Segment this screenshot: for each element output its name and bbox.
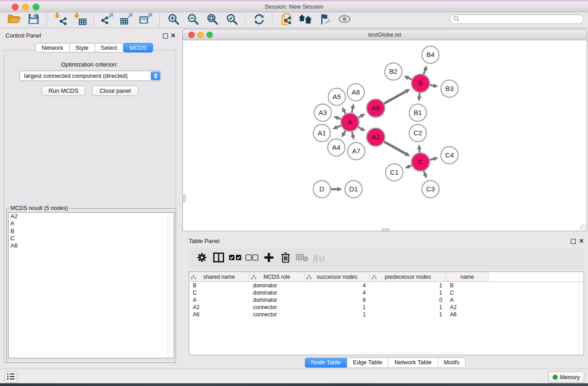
- graph-node-B4[interactable]: B4: [422, 46, 439, 63]
- table-cell[interactable]: 8: [305, 296, 370, 304]
- export-image-button[interactable]: [139, 13, 154, 27]
- minimize-window-button[interactable]: [22, 4, 29, 10]
- graph-node-A4[interactable]: A4: [328, 139, 345, 156]
- zoom-window-button[interactable]: [33, 4, 39, 10]
- table-cell[interactable]: 1: [305, 311, 370, 318]
- apply-style-button[interactable]: [317, 13, 333, 27]
- edge-A-A6[interactable]: [358, 116, 361, 118]
- column-header-predecessor-nodes[interactable]: predecessor nodes: [370, 272, 446, 281]
- graph-node-A[interactable]: A: [341, 113, 359, 131]
- mcds-list-scrollbar[interactable]: [167, 213, 174, 358]
- select-all-button[interactable]: [227, 251, 244, 266]
- table-row[interactable]: A6connector11A6: [189, 311, 583, 318]
- column-header-successor-nodes[interactable]: successor nodes: [305, 272, 370, 281]
- tab-style[interactable]: Style: [70, 43, 95, 52]
- edge-A-A4[interactable]: [344, 131, 346, 134]
- edge-A6-B[interactable]: [384, 91, 406, 104]
- mcds-result-item[interactable]: A6: [9, 242, 174, 249]
- memory-button[interactable]: Memory: [548, 372, 584, 383]
- graph-node-D[interactable]: D: [313, 181, 330, 198]
- zoom-in-button[interactable]: [166, 13, 181, 27]
- network-graph-canvas[interactable]: AA1A2A3A4A5A6A7A8BB1B2B3B4CC1C2C3C4DD1: [183, 40, 586, 231]
- control-panel-close-icon[interactable]: ✕: [171, 32, 176, 39]
- tab-mcds[interactable]: MCDS: [123, 43, 153, 52]
- table-cell[interactable]: dominator: [249, 289, 305, 296]
- mcds-result-item[interactable]: C: [9, 235, 174, 242]
- delete-table-button[interactable]: [294, 251, 311, 266]
- edge-A-A5[interactable]: [344, 111, 345, 114]
- table-cell[interactable]: dominator: [249, 282, 305, 289]
- table-cell[interactable]: A: [189, 296, 249, 304]
- network-minimize-button[interactable]: [197, 32, 204, 38]
- table-row[interactable]: Cdominator41C: [189, 289, 583, 296]
- search-input[interactable]: [461, 15, 583, 24]
- graph-node-C1[interactable]: C1: [386, 164, 403, 181]
- table-cell[interactable]: C: [446, 289, 488, 296]
- deselect-all-button[interactable]: [244, 251, 260, 266]
- mcds-result-item[interactable]: B: [9, 228, 174, 235]
- graph-node-C2[interactable]: C2: [409, 124, 426, 142]
- edge-B-B4[interactable]: [424, 70, 425, 74]
- table-scrollbar-track[interactable]: [579, 272, 579, 355]
- graph-node-A1[interactable]: A1: [313, 124, 330, 142]
- table-cell[interactable]: C: [189, 289, 249, 296]
- save-session-button[interactable]: [26, 13, 41, 27]
- close-window-button[interactable]: [12, 4, 19, 10]
- table-cell[interactable]: A6: [189, 311, 249, 318]
- tab-network-table[interactable]: Network Table: [388, 358, 438, 367]
- edge-A-A2[interactable]: [358, 127, 362, 129]
- import-table-button[interactable]: [72, 13, 88, 27]
- home-button[interactable]: [298, 13, 313, 27]
- zoom-fit-button[interactable]: [224, 13, 239, 27]
- resize-grip-icon[interactable]: [580, 224, 586, 230]
- graph-node-A7[interactable]: A7: [348, 143, 365, 160]
- table-cell[interactable]: 0: [370, 296, 446, 304]
- edge-A-A1[interactable]: [337, 126, 341, 128]
- column-header-MCDS-role[interactable]: MCDS role: [249, 272, 305, 281]
- edge-A-A3[interactable]: [338, 118, 341, 119]
- table-cell[interactable]: dominator: [249, 296, 305, 304]
- delete-row-button[interactable]: [277, 251, 294, 266]
- gear-button[interactable]: [193, 251, 210, 266]
- table-cell[interactable]: 1: [370, 304, 446, 311]
- table-cell[interactable]: A2: [446, 304, 488, 311]
- tab-edge-table[interactable]: Edge Table: [347, 358, 389, 367]
- edge-B-B3[interactable]: [430, 85, 434, 86]
- table-cell[interactable]: A6: [446, 311, 488, 318]
- table-cell[interactable]: connector: [249, 304, 305, 311]
- tab-node-table[interactable]: Node Table: [305, 358, 347, 367]
- run-mcds-button[interactable]: Run MCDS: [42, 86, 85, 96]
- table-cell[interactable]: A2: [189, 304, 249, 311]
- table-cell[interactable]: B: [446, 282, 488, 289]
- criterion-dropdown[interactable]: largest connected component (directed): [19, 71, 161, 81]
- table-panel-close-icon[interactable]: ✕: [579, 238, 584, 244]
- import-network-button[interactable]: [53, 13, 68, 27]
- bottom-split-grip[interactable]: [382, 229, 389, 232]
- graph-node-A8[interactable]: A8: [347, 84, 364, 101]
- table-cell[interactable]: 4: [305, 289, 370, 296]
- graph-node-B3[interactable]: B3: [441, 80, 458, 97]
- table-cell[interactable]: A: [446, 296, 488, 304]
- table-cell[interactable]: 1: [305, 304, 370, 311]
- edge-B-B1[interactable]: [419, 93, 420, 97]
- graph-node-A6[interactable]: A6: [367, 99, 385, 117]
- graph-node-A5[interactable]: A5: [328, 88, 345, 105]
- graph-node-A3[interactable]: A3: [314, 104, 331, 121]
- network-zoom-button[interactable]: [206, 32, 213, 38]
- tab-select[interactable]: Select: [95, 43, 124, 52]
- status-menu-button[interactable]: [5, 372, 17, 383]
- mcds-result-list[interactable]: A2ABCA6: [8, 212, 174, 358]
- table-row[interactable]: A2connector11A2: [189, 304, 583, 311]
- export-network-button[interactable]: [100, 13, 115, 27]
- edge-C-C1[interactable]: [409, 166, 412, 167]
- zoom-out-button[interactable]: [185, 13, 201, 27]
- control-panel-float-icon[interactable]: [163, 33, 168, 38]
- network-close-button[interactable]: [188, 32, 195, 38]
- table-cell[interactable]: B: [189, 282, 249, 289]
- edge-C-C3[interactable]: [424, 171, 425, 174]
- graph-node-B[interactable]: B: [411, 74, 430, 92]
- zoom-actual-button[interactable]: [205, 13, 220, 27]
- table-cell[interactable]: 1: [370, 311, 446, 318]
- graph-node-D1[interactable]: D1: [345, 181, 362, 198]
- search-box[interactable]: [449, 14, 584, 24]
